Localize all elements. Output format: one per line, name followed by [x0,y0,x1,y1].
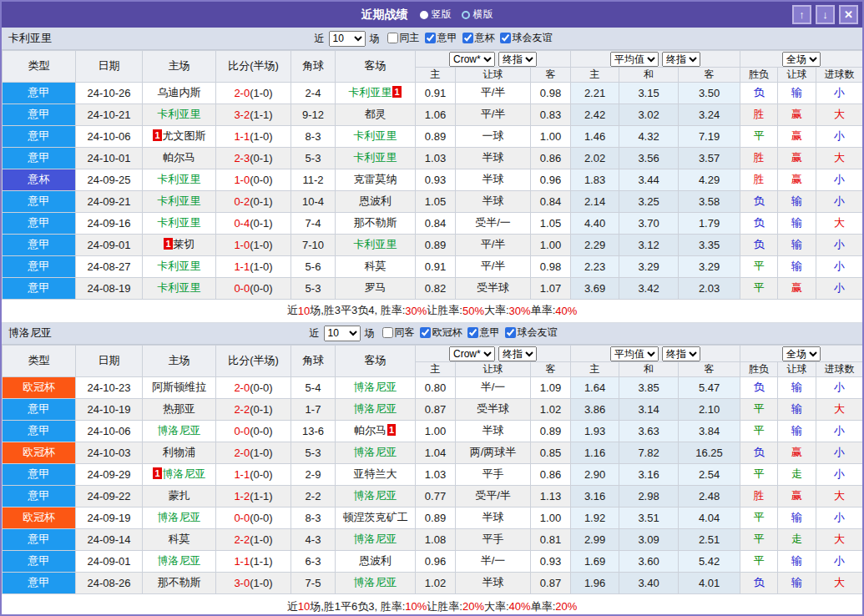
move-up-button[interactable]: ↑ [792,5,811,24]
odds-time-select[interactable]: 终指 [498,52,537,67]
radio-icon[interactable] [420,11,428,19]
league-badge: 意甲 [3,528,76,550]
average-time-select[interactable]: 终指 [662,346,700,361]
away-team-name: 卡利亚里 [354,238,397,250]
corners-cell: 5-6 [291,255,336,277]
filter-checkbox-意杯[interactable]: 意杯 [462,31,495,45]
red-card-badge: 1 [153,467,161,479]
match-count-select[interactable]: 10 [329,31,366,47]
filter-checkbox-同客[interactable]: 同客 [382,326,415,340]
filter-checkbox-欧冠杯[interactable]: 欧冠杯 [420,326,462,340]
radio-icon[interactable] [462,11,470,19]
league-checkboxes: 同主意甲意杯球会友谊 [382,31,553,46]
home-team-cell: 卡利亚里 [143,169,216,190]
score-cell: 0-2(0-1) [216,190,291,212]
average-select[interactable]: 平均值 [610,346,659,361]
avg-home-cell: 4.40 [571,212,619,234]
away-team-name: 顿涅茨克矿工 [343,511,408,523]
odds-home-cell: 1.00 [416,420,456,442]
corners-cell: 7-4 [291,212,336,234]
home-team-cell: 帕尔马 [143,147,216,169]
average-select[interactable]: 平均值 [610,52,659,67]
corners-cell: 6-3 [291,550,336,572]
score-cell: 2-0(0-0) [216,376,291,398]
handicap-result-cell: 输 [778,212,816,234]
avg-draw-cell: 3.63 [619,420,679,442]
goals-result-cell: 大 [816,572,863,593]
sub-header-odds-home: 主 [416,361,456,376]
layout-radio-vertical[interactable]: 竖版 [420,8,452,22]
goals-result-cell: 小 [816,420,863,442]
avg-home-cell: 2.02 [571,147,619,169]
period-select[interactable]: 全场 [782,52,821,67]
away-team-name: 卡利亚里 [348,86,392,98]
avg-away-cell: 5.47 [679,376,740,398]
fulltime-score: 1-1 [234,260,250,273]
sub-header-winloss: 胜负 [740,361,778,376]
away-team-name: 博洛尼亚 [354,576,397,588]
filter-checkbox-球会友谊[interactable]: 球会友谊 [505,326,558,340]
checkbox-input[interactable] [382,327,393,338]
match-date: 24-10-21 [76,104,143,125]
odds-home-cell: 0.91 [416,255,456,277]
average-time-select[interactable]: 终指 [662,52,700,67]
home-team-cell: 博洛尼亚 [143,420,216,442]
filter-checkbox-意甲[interactable]: 意甲 [467,326,500,340]
near-label: 近 [310,326,320,341]
away-team-name: 博洛尼亚 [354,489,397,502]
bookmaker-select[interactable]: Crow* [449,346,495,361]
results-body: 意甲24-10-26乌迪内斯2-0(1-0)2-4卡利亚里10.91平/半0.9… [3,82,863,299]
match-filter: 近 10 场 同客欧冠杯意甲球会友谊 [307,326,558,341]
handicap-result-cell: 输 [778,376,816,398]
filter-checkbox-同主[interactable]: 同主 [387,31,420,45]
filter-checkbox-意甲[interactable]: 意甲 [425,31,457,45]
match-row: 意甲24-10-061尤文图斯1-1(1-0)8-3卡利亚里0.89一球1.00… [3,125,863,147]
away-team-cell: 博洛尼亚 [336,398,416,420]
avg-home-cell: 1.92 [571,507,619,528]
corners-cell: 11-2 [291,169,336,190]
winloss-result-cell: 负 [740,190,778,212]
bookmaker-select[interactable]: Crow* [449,52,495,67]
odds-away-cell: 0.81 [531,528,571,550]
checkbox-input[interactable] [505,327,516,338]
checkbox-label: 球会友谊 [518,326,558,340]
handicap-cell: 受半球 [456,277,531,299]
score-cell: 2-3(0-1) [216,147,291,169]
avg-home-cell: 2.21 [571,82,619,104]
checkbox-input[interactable] [462,33,473,43]
red-card-badge: 1 [387,424,396,436]
checkbox-input[interactable] [500,33,511,43]
match-count-select[interactable]: 10 [324,326,361,341]
match-date: 24-10-03 [76,442,143,463]
summary-segment: 40% [555,305,577,317]
avg-home-cell: 1.96 [571,572,619,593]
avg-away-cell: 2.54 [679,463,740,485]
avg-home-cell: 2.42 [571,104,619,125]
winloss-result-cell: 平 [740,420,778,442]
move-down-button[interactable]: ↓ [816,5,835,24]
filter-checkbox-球会友谊[interactable]: 球会友谊 [500,31,553,45]
avg-away-cell: 3.24 [679,104,740,125]
goals-result-cell: 大 [816,212,863,234]
odds-away-cell: 0.98 [531,255,571,277]
layout-radio-horizontal[interactable]: 横版 [462,8,493,22]
fulltime-score: 0-0 [234,425,250,437]
winloss-result-cell: 平 [740,398,778,420]
winloss-result-cell: 胜 [740,104,778,125]
checkbox-input[interactable] [387,33,398,43]
avg-draw-cell: 3.16 [619,463,679,485]
checkbox-input[interactable] [467,327,478,338]
col-header-score: 比分(半场) [216,345,291,376]
home-team-name: 热那亚 [163,402,195,415]
odds-time-select[interactable]: 终指 [498,346,537,361]
avg-home-cell: 1.69 [571,550,619,572]
close-button[interactable]: ✕ [839,5,858,24]
odds-home-cell: 1.06 [416,104,456,125]
handicap-result-cell: 赢 [778,277,816,299]
checkbox-input[interactable] [420,327,431,338]
checkbox-input[interactable] [425,33,436,43]
goals-result-cell: 小 [816,169,863,190]
period-select[interactable]: 全场 [782,346,821,361]
fulltime-score: 2-0 [234,87,250,99]
score-cell: 3-0(1-0) [216,572,291,593]
